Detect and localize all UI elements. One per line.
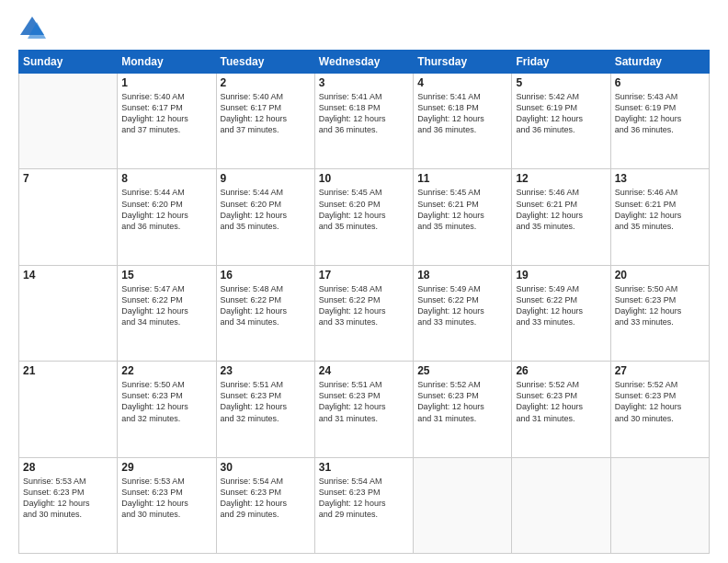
calendar-week-row: 1Sunrise: 5:40 AM Sunset: 6:17 PM Daylig… xyxy=(19,74,710,169)
day-info: Sunrise: 5:54 AM Sunset: 6:23 PM Dayligh… xyxy=(221,476,311,521)
day-number: 16 xyxy=(221,269,311,282)
day-info: Sunrise: 5:48 AM Sunset: 6:22 PM Dayligh… xyxy=(221,283,311,328)
calendar-cell: 19Sunrise: 5:49 AM Sunset: 6:22 PM Dayli… xyxy=(512,265,610,361)
day-number: 19 xyxy=(516,269,606,282)
calendar-cell: 6Sunrise: 5:43 AM Sunset: 6:19 PM Daylig… xyxy=(610,74,709,169)
day-number: 24 xyxy=(319,364,409,377)
day-number: 29 xyxy=(121,461,211,474)
day-number: 27 xyxy=(615,364,705,377)
day-info: Sunrise: 5:40 AM Sunset: 6:17 PM Dayligh… xyxy=(121,91,211,136)
calendar-cell: 20Sunrise: 5:50 AM Sunset: 6:23 PM Dayli… xyxy=(610,265,709,361)
day-number: 31 xyxy=(319,461,409,474)
calendar-cell: 28Sunrise: 5:53 AM Sunset: 6:23 PM Dayli… xyxy=(19,457,118,553)
day-number: 17 xyxy=(319,269,409,282)
day-number: 8 xyxy=(121,172,211,185)
day-info: Sunrise: 5:49 AM Sunset: 6:22 PM Dayligh… xyxy=(417,283,507,328)
calendar-cell: 23Sunrise: 5:51 AM Sunset: 6:23 PM Dayli… xyxy=(216,362,314,457)
day-of-week-header: Tuesday xyxy=(216,51,314,74)
calendar-cell: 5Sunrise: 5:42 AM Sunset: 6:19 PM Daylig… xyxy=(512,74,610,169)
day-number: 26 xyxy=(516,364,606,377)
calendar-cell: 27Sunrise: 5:52 AM Sunset: 6:23 PM Dayli… xyxy=(610,362,709,457)
day-info: Sunrise: 5:45 AM Sunset: 6:20 PM Dayligh… xyxy=(319,187,409,232)
day-info: Sunrise: 5:51 AM Sunset: 6:23 PM Dayligh… xyxy=(319,379,409,424)
day-of-week-header: Sunday xyxy=(19,51,118,74)
calendar-cell: 7 xyxy=(19,169,118,265)
day-number: 21 xyxy=(23,364,113,377)
day-number: 28 xyxy=(23,461,113,474)
calendar-cell: 17Sunrise: 5:48 AM Sunset: 6:22 PM Dayli… xyxy=(314,265,413,361)
calendar-cell: 8Sunrise: 5:44 AM Sunset: 6:20 PM Daylig… xyxy=(118,169,216,265)
day-number: 15 xyxy=(121,269,211,282)
calendar-cell: 18Sunrise: 5:49 AM Sunset: 6:22 PM Dayli… xyxy=(414,265,512,361)
day-info: Sunrise: 5:52 AM Sunset: 6:23 PM Dayligh… xyxy=(516,379,606,424)
logo-icon xyxy=(18,15,46,42)
day-number: 12 xyxy=(516,172,606,185)
calendar-cell: 15Sunrise: 5:47 AM Sunset: 6:22 PM Dayli… xyxy=(118,265,216,361)
day-number: 7 xyxy=(23,172,113,185)
day-number: 5 xyxy=(516,76,606,89)
day-number: 23 xyxy=(221,364,311,377)
day-info: Sunrise: 5:41 AM Sunset: 6:18 PM Dayligh… xyxy=(417,91,507,136)
day-info: Sunrise: 5:42 AM Sunset: 6:19 PM Dayligh… xyxy=(516,91,606,136)
day-info: Sunrise: 5:52 AM Sunset: 6:23 PM Dayligh… xyxy=(615,379,705,424)
calendar-cell: 9Sunrise: 5:44 AM Sunset: 6:20 PM Daylig… xyxy=(216,169,314,265)
day-number: 25 xyxy=(417,364,507,377)
day-info: Sunrise: 5:45 AM Sunset: 6:21 PM Dayligh… xyxy=(417,187,507,232)
day-info: Sunrise: 5:50 AM Sunset: 6:23 PM Dayligh… xyxy=(121,379,211,424)
header xyxy=(18,15,710,42)
day-info: Sunrise: 5:41 AM Sunset: 6:18 PM Dayligh… xyxy=(319,91,409,136)
day-info: Sunrise: 5:53 AM Sunset: 6:23 PM Dayligh… xyxy=(121,476,211,521)
day-number: 20 xyxy=(615,269,705,282)
calendar-header-row: SundayMondayTuesdayWednesdayThursdayFrid… xyxy=(19,51,710,74)
day-number: 4 xyxy=(417,76,507,89)
calendar-cell: 31Sunrise: 5:54 AM Sunset: 6:23 PM Dayli… xyxy=(314,457,413,553)
day-number: 6 xyxy=(615,76,705,89)
day-number: 2 xyxy=(221,76,311,89)
day-of-week-header: Saturday xyxy=(610,51,709,74)
calendar-cell: 21 xyxy=(19,362,118,457)
page: SundayMondayTuesdayWednesdayThursdayFrid… xyxy=(0,0,728,563)
day-info: Sunrise: 5:49 AM Sunset: 6:22 PM Dayligh… xyxy=(516,283,606,328)
day-info: Sunrise: 5:48 AM Sunset: 6:22 PM Dayligh… xyxy=(319,283,409,328)
day-number: 9 xyxy=(221,172,311,185)
calendar-cell: 10Sunrise: 5:45 AM Sunset: 6:20 PM Dayli… xyxy=(314,169,413,265)
calendar-cell: 22Sunrise: 5:50 AM Sunset: 6:23 PM Dayli… xyxy=(118,362,216,457)
calendar-cell: 14 xyxy=(19,265,118,361)
calendar-cell: 16Sunrise: 5:48 AM Sunset: 6:22 PM Dayli… xyxy=(216,265,314,361)
calendar-week-row: 78Sunrise: 5:44 AM Sunset: 6:20 PM Dayli… xyxy=(19,169,710,265)
day-info: Sunrise: 5:54 AM Sunset: 6:23 PM Dayligh… xyxy=(319,476,409,521)
day-number: 13 xyxy=(615,172,705,185)
calendar-cell: 12Sunrise: 5:46 AM Sunset: 6:21 PM Dayli… xyxy=(512,169,610,265)
day-info: Sunrise: 5:52 AM Sunset: 6:23 PM Dayligh… xyxy=(417,379,507,424)
day-info: Sunrise: 5:53 AM Sunset: 6:23 PM Dayligh… xyxy=(23,476,113,521)
calendar-cell: 11Sunrise: 5:45 AM Sunset: 6:21 PM Dayli… xyxy=(414,169,512,265)
calendar-cell xyxy=(19,74,118,169)
day-number: 18 xyxy=(417,269,507,282)
day-of-week-header: Monday xyxy=(118,51,216,74)
calendar-cell: 26Sunrise: 5:52 AM Sunset: 6:23 PM Dayli… xyxy=(512,362,610,457)
logo xyxy=(18,15,50,42)
day-number: 3 xyxy=(319,76,409,89)
calendar-week-row: 28Sunrise: 5:53 AM Sunset: 6:23 PM Dayli… xyxy=(19,457,710,553)
day-number: 11 xyxy=(417,172,507,185)
day-info: Sunrise: 5:44 AM Sunset: 6:20 PM Dayligh… xyxy=(221,187,311,232)
day-info: Sunrise: 5:47 AM Sunset: 6:22 PM Dayligh… xyxy=(121,283,211,328)
day-number: 14 xyxy=(23,269,113,282)
day-info: Sunrise: 5:51 AM Sunset: 6:23 PM Dayligh… xyxy=(221,379,311,424)
day-info: Sunrise: 5:40 AM Sunset: 6:17 PM Dayligh… xyxy=(221,91,311,136)
calendar-cell: 30Sunrise: 5:54 AM Sunset: 6:23 PM Dayli… xyxy=(216,457,314,553)
calendar-week-row: 2122Sunrise: 5:50 AM Sunset: 6:23 PM Day… xyxy=(19,362,710,457)
day-number: 30 xyxy=(221,461,311,474)
day-of-week-header: Wednesday xyxy=(314,51,413,74)
calendar-cell xyxy=(610,457,709,553)
calendar-cell xyxy=(512,457,610,553)
calendar-cell: 13Sunrise: 5:46 AM Sunset: 6:21 PM Dayli… xyxy=(610,169,709,265)
calendar-week-row: 1415Sunrise: 5:47 AM Sunset: 6:22 PM Day… xyxy=(19,265,710,361)
calendar-cell: 2Sunrise: 5:40 AM Sunset: 6:17 PM Daylig… xyxy=(216,74,314,169)
day-number: 22 xyxy=(121,364,211,377)
calendar-cell: 1Sunrise: 5:40 AM Sunset: 6:17 PM Daylig… xyxy=(118,74,216,169)
calendar-cell: 3Sunrise: 5:41 AM Sunset: 6:18 PM Daylig… xyxy=(314,74,413,169)
calendar-cell: 25Sunrise: 5:52 AM Sunset: 6:23 PM Dayli… xyxy=(414,362,512,457)
day-info: Sunrise: 5:44 AM Sunset: 6:20 PM Dayligh… xyxy=(121,187,211,232)
calendar-cell: 4Sunrise: 5:41 AM Sunset: 6:18 PM Daylig… xyxy=(414,74,512,169)
